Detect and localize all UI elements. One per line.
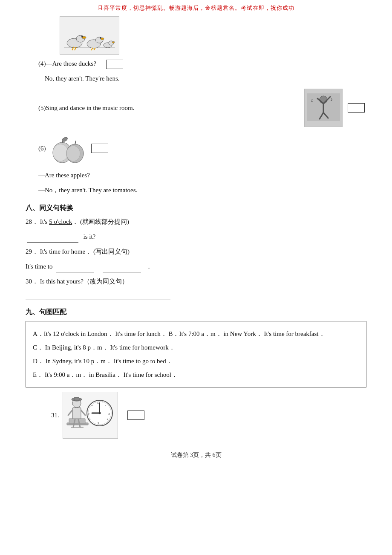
svg-line-37	[68, 410, 72, 415]
svg-text:11: 11	[93, 401, 95, 403]
duck-illustration	[62, 18, 117, 52]
section8-header: 八、同义句转换	[26, 204, 366, 213]
student-clock-illustration: 12 6 9 3 2 4 10 8 1 11 5 7	[65, 394, 116, 436]
svg-point-27	[53, 144, 68, 161]
q28: 28． It's 5 o'clock． (就画线部分提问)	[26, 216, 366, 228]
q4-prompt: (4)—Are those ducks?	[38, 58, 366, 69]
page-footer: 试卷第 3页，共 6页	[26, 451, 366, 459]
svg-point-18	[320, 96, 327, 104]
page: 且喜平常度，切忌神慌乱。畅游题海后，金榜题君名。考试在即，祝你成功	[0, 0, 392, 555]
svg-text:10: 10	[91, 405, 93, 407]
duck-image-block	[60, 16, 366, 55]
q28-answer-line: is it?	[26, 231, 366, 243]
svg-point-31	[66, 146, 80, 161]
q4-bracket	[106, 60, 123, 69]
q6-row: (6)	[26, 131, 366, 165]
music-illustration: ♪ ♫	[305, 89, 342, 127]
svg-text:9: 9	[88, 412, 89, 416]
q29-answer-line: It's time to ．	[26, 261, 366, 272]
section9-header: 九、句图匹配	[26, 308, 366, 317]
q29: 29． It's time for home． (写出同义句)	[26, 246, 366, 257]
q6-bracket	[91, 144, 108, 153]
svg-text:6: 6	[98, 421, 99, 425]
q30-answer-blank	[26, 292, 170, 300]
svg-rect-40	[69, 419, 85, 424]
footer-text: 试卷第 3页，共 6页	[171, 452, 222, 458]
clock-image-box: 12 6 9 3 2 4 10 8 1 11 5 7	[63, 392, 118, 439]
svg-text:♫: ♫	[311, 98, 314, 103]
q28-blank	[27, 235, 78, 243]
duck-image-box	[60, 16, 119, 55]
q30: 30． Is this hat yours?（改为同义句）	[26, 276, 366, 287]
q5-text: (5)Sing and dance in the music room.	[26, 104, 304, 112]
match-item-e: E． It's 9:00 a．m． in Brasilia． It's time…	[33, 368, 359, 381]
banner-text: 且喜平常度，切忌神慌乱。畅游题海后，金榜题君名。考试在即，祝你成功	[98, 5, 294, 11]
q31-bracket-text	[126, 410, 146, 420]
q5-row: (5)Sing and dance in the music room.	[26, 89, 366, 127]
match-item-d: D． In Sydney, it's 10 p．m． It's time to …	[33, 355, 359, 367]
music-image-box: ♪ ♫	[304, 89, 343, 127]
q29-blank1	[56, 265, 94, 272]
svg-point-10	[100, 37, 101, 39]
svg-point-4	[81, 36, 83, 38]
apple-illustration	[49, 131, 87, 165]
svg-point-15	[112, 41, 115, 43]
q5-bracket	[348, 103, 365, 113]
q6-answer2: —No，they aren't. They are tomatoes.	[38, 185, 366, 196]
match-box: A．It's 12 o'clock in London． It's time f…	[26, 321, 366, 387]
svg-rect-35	[74, 397, 79, 401]
svg-text:♪: ♪	[330, 96, 333, 102]
svg-rect-36	[72, 408, 81, 419]
q6-answer1: —Are these apples?	[38, 170, 366, 181]
match-item-c: C． In Beijing, it's 8 p．m． It's time for…	[33, 341, 359, 354]
q5-image-area: ♪ ♫	[304, 89, 366, 127]
q31-row: 31.	[51, 392, 366, 439]
svg-text:3: 3	[108, 412, 110, 416]
top-banner: 且喜平常度，切忌神慌乱。畅游题海后，金榜题君名。考试在即，祝你成功	[26, 4, 366, 12]
svg-line-38	[81, 410, 85, 415]
svg-point-60	[98, 412, 101, 414]
q4-answer1: —No, they aren't. They're hens.	[38, 73, 366, 84]
match-item-ab: A．It's 12 o'clock in London． It's time f…	[33, 327, 359, 340]
q29-blank2	[103, 265, 141, 272]
